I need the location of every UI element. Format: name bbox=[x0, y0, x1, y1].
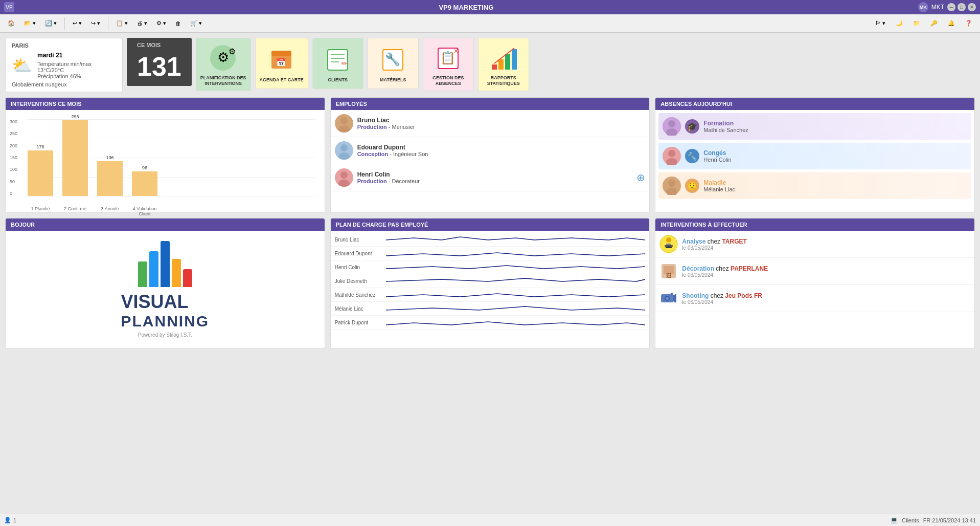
employee-henri[interactable]: Henri Colin Production - Décorateur ⊕ bbox=[331, 164, 650, 191]
svg-rect-4 bbox=[271, 51, 291, 56]
absences-icon: 📋 ✕ bbox=[433, 42, 464, 73]
open-button[interactable]: 📂 ▾ bbox=[20, 18, 39, 29]
user-count: 1 bbox=[13, 517, 16, 523]
absences-body: 🎓 Formation Mathilde Sanchez bbox=[655, 113, 974, 199]
absence-mathilde[interactable]: 🎓 Formation Mathilde Sanchez bbox=[658, 113, 971, 140]
key-button[interactable]: 🔑 bbox=[927, 18, 941, 29]
redo-button[interactable]: ↪ ▾ bbox=[87, 18, 104, 29]
window-controls[interactable]: ─ □ ✕ bbox=[947, 3, 976, 11]
y-50: 50 bbox=[10, 179, 17, 184]
employee-bruno[interactable]: Bruno Liac Production - Menusier bbox=[331, 110, 650, 137]
plan-charge-header: PLAN DE CHARGE PAS EMPLOYÉ bbox=[331, 218, 650, 231]
intervention-decoration[interactable]: 🖼 Décoration chez PAPERLANE le 03/05/202… bbox=[655, 258, 974, 285]
vp-bar-2 bbox=[149, 251, 158, 287]
absences-header: ABSENCES AUJOURD'HUI bbox=[655, 98, 974, 110]
bruno-name: Bruno Liac bbox=[357, 117, 646, 124]
conges-icon: 🔧 bbox=[685, 149, 699, 163]
undo-button[interactable]: ↩ ▾ bbox=[69, 18, 85, 29]
plan-charge-body: Bruno Liac Edouard Dupont bbox=[331, 231, 650, 332]
interventions-effectuer-panel: INTERVENTIONS À EFFECTUER bbox=[655, 218, 975, 348]
module-rapports[interactable]: RAPPORTSSTATISTIQUES bbox=[478, 38, 529, 91]
home-button[interactable]: 🏠 bbox=[4, 18, 18, 29]
interventions-effectuer-header: INTERVENTIONS À EFFECTUER bbox=[655, 218, 974, 231]
absences-panel: ABSENCES AUJOURD'HUI 🎓 Formation Ma bbox=[655, 97, 975, 213]
bar-1 bbox=[28, 150, 53, 196]
module-agenda[interactable]: 📅 AGENDA ET CARTE bbox=[255, 38, 308, 89]
mathilde-avatar bbox=[663, 117, 681, 136]
close-button[interactable]: ✕ bbox=[968, 3, 976, 11]
weather-content: ⛅ mardi 21 Température min/max 13°C/20°C… bbox=[12, 52, 116, 79]
agenda-icon: 📅 bbox=[266, 45, 297, 75]
print-button[interactable]: 🖨 ▾ bbox=[133, 18, 151, 29]
charge-chart-melanie bbox=[386, 304, 646, 313]
charge-chart-mathilde bbox=[386, 290, 646, 299]
bar-label-3: 136 bbox=[106, 155, 113, 160]
charge-bruno: Bruno Liac bbox=[331, 233, 650, 247]
svg-point-21 bbox=[340, 117, 348, 124]
restore-button[interactable]: □ bbox=[958, 3, 966, 11]
bell-button[interactable]: 🔔 bbox=[944, 18, 959, 29]
interventions-panel: INTERVENTIONS CE MOIS 300 250 200 150 10… bbox=[5, 97, 325, 213]
decoration-prep: chez bbox=[716, 265, 731, 272]
weather-description: Globalement nuageux bbox=[12, 81, 116, 87]
absence-melanie[interactable]: 😟 Maladie Mélanie Liac bbox=[658, 172, 971, 199]
melanie-name: Mélanie Liac bbox=[703, 186, 967, 192]
delete-button[interactable]: 🗑 bbox=[172, 18, 185, 29]
bar-label-4: 96 bbox=[142, 165, 147, 170]
analyse-info: Analyse chez TARGET le 03/05/2024 bbox=[682, 238, 970, 251]
absences-label: GESTION DESABSENCES bbox=[432, 75, 464, 86]
y-300: 300 bbox=[10, 119, 17, 124]
analyse-action: Analyse bbox=[682, 238, 705, 245]
intervention-analyse[interactable]: Analyse chez TARGET le 03/05/2024 bbox=[655, 231, 974, 258]
chart-bars-container: 176 296 136 bbox=[28, 119, 157, 196]
help-button[interactable]: ❓ bbox=[962, 18, 976, 29]
minimize-button[interactable]: ─ bbox=[947, 3, 955, 11]
charge-chart-henri bbox=[386, 262, 646, 272]
settings-button[interactable]: ⚙ ▾ bbox=[153, 18, 170, 29]
status-left: 👤 1 bbox=[4, 517, 16, 523]
svg-marker-50 bbox=[673, 294, 676, 303]
x-label-4: 4.Validation Client bbox=[132, 206, 157, 216]
edouard-role-desc: - Ingénieur Son bbox=[390, 151, 428, 157]
melanie-avatar bbox=[663, 177, 681, 195]
user-initials: MK bbox=[920, 5, 927, 10]
cart-button[interactable]: 🛒 ▾ bbox=[187, 18, 206, 29]
charge-mathilde: Mathilde Sanchez bbox=[331, 288, 650, 302]
view-button[interactable]: 📋 ▾ bbox=[112, 18, 131, 29]
intervention-shooting[interactable]: Shooting chez Jeu Pods FR le 06/05/2024 bbox=[655, 285, 974, 312]
refresh-button[interactable]: 🔄 ▾ bbox=[41, 18, 60, 29]
weather-icon: ⛅ bbox=[12, 56, 32, 75]
module-planif[interactable]: ⚙ ⚙ PLANIFICATION DESINTERVENTIONS bbox=[196, 38, 251, 91]
status-right: 💻 Clients FR 21/05/2024 13:41 bbox=[891, 517, 976, 523]
absence-henri[interactable]: 🔧 Congés Henri Colin bbox=[658, 143, 971, 169]
charge-name-julie: Julie Desmeth bbox=[335, 278, 386, 284]
module-materiels[interactable]: 🔧 MATÉRIELS bbox=[368, 38, 419, 89]
plan-charge-panel: PLAN DE CHARGE PAS EMPLOYÉ Bruno Liac Ed… bbox=[330, 218, 650, 348]
henri-name: Henri Colin bbox=[357, 171, 633, 178]
svg-text:✏: ✏ bbox=[341, 59, 348, 68]
charge-henri: Henri Colin bbox=[331, 260, 650, 274]
charge-name-melanie: Mélanie Liac bbox=[335, 306, 386, 312]
add-employee-button[interactable]: ⊕ bbox=[636, 171, 645, 184]
svg-rect-42 bbox=[666, 247, 672, 248]
moon-button[interactable]: 🌙 bbox=[892, 18, 906, 29]
interventions-effectuer-body: Analyse chez TARGET le 03/05/2024 🖼 bbox=[655, 231, 974, 312]
employes-panel: EMPLOYÉS Bruno Liac Production bbox=[330, 97, 650, 213]
decoration-date: le 03/05/2024 bbox=[682, 272, 970, 278]
bruno-role-desc: - Menusier bbox=[389, 124, 415, 130]
svg-point-39 bbox=[666, 237, 671, 243]
flag-button[interactable]: 🏳 ▾ bbox=[872, 18, 889, 29]
module-absences[interactable]: 📋 ✕ GESTION DESABSENCES bbox=[423, 38, 474, 91]
decoration-action: Décoration bbox=[682, 265, 714, 272]
title-bar-left: VP bbox=[4, 2, 14, 12]
bar-label-2: 296 bbox=[71, 114, 79, 119]
employes-body: Bruno Liac Production - Menusier bbox=[331, 110, 650, 191]
bar-2 bbox=[62, 120, 88, 196]
module-clients[interactable]: ✏ CLIENTS bbox=[312, 38, 363, 89]
bruno-info: Bruno Liac Production - Menusier bbox=[357, 117, 646, 130]
folder2-button[interactable]: 📁 bbox=[909, 18, 924, 29]
svg-text:⚙: ⚙ bbox=[229, 47, 236, 56]
svg-point-33 bbox=[668, 150, 675, 157]
employee-edouard[interactable]: Edouard Dupont Conception - Ingénieur So… bbox=[331, 137, 650, 164]
separator-1 bbox=[64, 17, 65, 30]
